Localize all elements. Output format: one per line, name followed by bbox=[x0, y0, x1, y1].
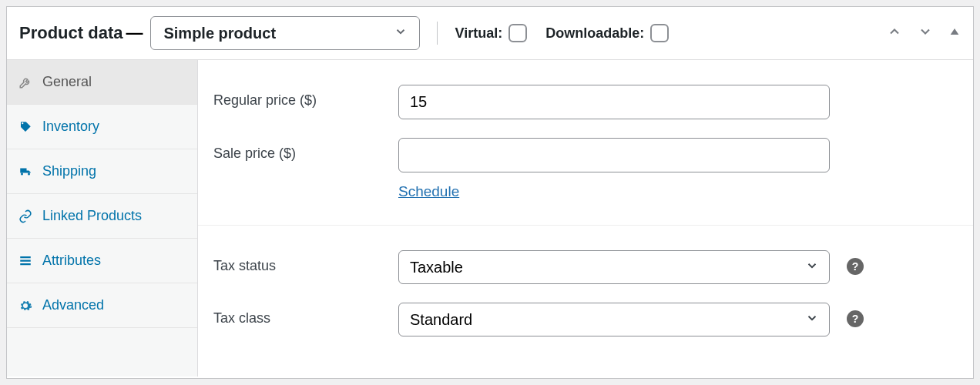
product-type-select[interactable]: Simple product bbox=[150, 16, 420, 50]
sidebar-item-label: Advanced bbox=[42, 297, 104, 313]
truck-icon bbox=[18, 165, 33, 179]
tax-status-row: Tax status Taxable ? bbox=[213, 241, 958, 293]
tag-icon bbox=[18, 120, 33, 134]
sidebar-item-label: Attributes bbox=[42, 253, 101, 269]
sidebar-item-shipping[interactable]: Shipping bbox=[7, 149, 197, 194]
gear-icon bbox=[18, 299, 33, 313]
sidebar-item-advanced[interactable]: Advanced bbox=[7, 283, 197, 328]
schedule-link[interactable]: Schedule bbox=[398, 183, 459, 200]
wrench-icon bbox=[18, 75, 33, 89]
sidebar-item-label: Shipping bbox=[42, 163, 96, 179]
sidebar: General Inventory Shipping Linked Produc… bbox=[7, 60, 198, 377]
panel-title: Product data bbox=[19, 23, 123, 43]
move-up-icon[interactable] bbox=[887, 24, 902, 42]
sale-price-row: Sale price ($) Schedule bbox=[213, 129, 958, 209]
sidebar-item-general[interactable]: General bbox=[7, 60, 197, 105]
sidebar-item-label: General bbox=[42, 74, 92, 90]
regular-price-label: Regular price ($) bbox=[213, 85, 398, 109]
help-icon: ? bbox=[847, 310, 864, 327]
move-down-icon[interactable] bbox=[918, 24, 933, 42]
virtual-label: Virtual: bbox=[455, 25, 502, 42]
main-content: Regular price ($) Sale price ($) Schedul… bbox=[198, 60, 973, 377]
downloadable-checkbox[interactable] bbox=[650, 24, 669, 42]
svg-rect-1 bbox=[20, 256, 31, 258]
tax-status-select[interactable]: Taxable bbox=[398, 250, 830, 284]
divider bbox=[437, 22, 438, 45]
tax-class-row: Tax class Standard ? bbox=[213, 293, 958, 346]
sidebar-item-linked-products[interactable]: Linked Products bbox=[7, 194, 197, 239]
toggle-panel-icon[interactable] bbox=[948, 25, 961, 41]
help-tax-status[interactable]: ? bbox=[847, 250, 864, 275]
tax-class-select[interactable]: Standard bbox=[398, 303, 830, 336]
title-dash: — bbox=[126, 23, 143, 43]
link-icon bbox=[18, 209, 33, 223]
svg-rect-3 bbox=[20, 263, 31, 265]
product-data-panel: Product data — Simple product Virtual: D… bbox=[6, 6, 974, 379]
svg-marker-0 bbox=[951, 28, 959, 35]
sidebar-item-label: Linked Products bbox=[42, 208, 142, 224]
sidebar-item-label: Inventory bbox=[42, 119, 99, 135]
sidebar-item-inventory[interactable]: Inventory bbox=[7, 105, 197, 149]
panel-body: General Inventory Shipping Linked Produc… bbox=[7, 60, 973, 377]
help-tax-class[interactable]: ? bbox=[847, 303, 864, 327]
tax-class-label: Tax class bbox=[213, 303, 398, 326]
virtual-checkbox[interactable] bbox=[508, 24, 527, 42]
svg-rect-2 bbox=[20, 259, 31, 261]
list-icon bbox=[18, 254, 33, 268]
tax-status-label: Tax status bbox=[213, 250, 398, 274]
regular-price-row: Regular price ($) bbox=[213, 75, 958, 129]
regular-price-input[interactable] bbox=[398, 85, 830, 119]
downloadable-label: Downloadable: bbox=[545, 25, 644, 42]
sale-price-input[interactable] bbox=[398, 138, 830, 172]
pricing-section: Regular price ($) Sale price ($) Schedul… bbox=[198, 60, 973, 226]
tax-section: Tax status Taxable ? bbox=[198, 226, 973, 361]
help-icon: ? bbox=[847, 258, 864, 275]
sale-price-label: Sale price ($) bbox=[213, 138, 398, 162]
panel-header: Product data — Simple product Virtual: D… bbox=[7, 7, 973, 60]
sidebar-item-attributes[interactable]: Attributes bbox=[7, 239, 197, 283]
